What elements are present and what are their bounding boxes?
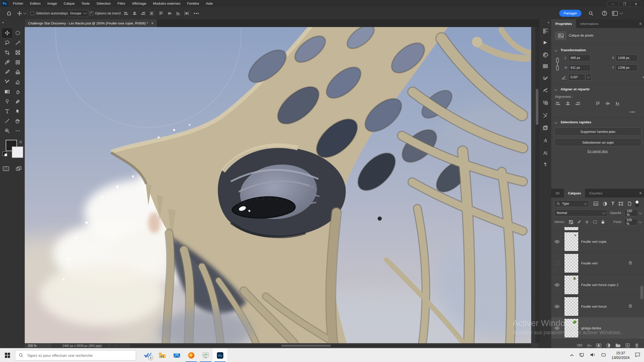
menu-aide[interactable]: Aide (202, 0, 216, 7)
taskbar-clock[interactable]: 15:37 13/02/2024 (612, 351, 630, 360)
flip-horizontal-icon[interactable] (642, 74, 644, 80)
canvas-area[interactable] (25, 27, 539, 343)
move-tool[interactable] (2, 28, 12, 38)
visibility-cell[interactable] (551, 296, 563, 317)
filter-smart-objects-icon[interactable] (628, 201, 632, 206)
align-bottom-edges-button[interactable] (176, 11, 181, 15)
restore-button[interactable]: ❐ (618, 1, 630, 7)
close-button[interactable]: ✕ (630, 1, 642, 7)
align-bottom-edges-button[interactable] (615, 101, 620, 106)
frame-tool[interactable] (12, 48, 23, 57)
horizontal-scrollbar[interactable] (130, 344, 531, 347)
background-color[interactable] (12, 146, 23, 158)
list-scroll-down-icon[interactable]: ﹀ (640, 336, 643, 340)
layer-name[interactable]: Feuille vert foncé (581, 296, 607, 317)
lock-artboard-icon[interactable] (593, 220, 597, 224)
help-button[interactable] (601, 7, 607, 19)
marquee-tool[interactable] (12, 28, 23, 38)
swap-colors-icon[interactable]: ⤨ (19, 140, 22, 144)
layer-row[interactable]: Feuille vert foncé (551, 296, 644, 317)
select-subject-button[interactable]: Sélectionner un sujet (554, 138, 641, 146)
default-colors-icon[interactable] (3, 152, 7, 156)
actions-panel-icon[interactable]: ▶ (539, 37, 552, 48)
layer-row[interactable]: Feuille vert (551, 252, 644, 274)
horizontal-scrollbar-handle[interactable] (281, 345, 331, 347)
menu-filtre[interactable]: Filtre (114, 0, 129, 7)
layer-thumbnail[interactable] (564, 297, 579, 316)
menu-edition[interactable]: Edition (27, 0, 44, 7)
visibility-cell[interactable] (551, 274, 563, 296)
layer-row[interactable]: Feuille vert foncé copie 2 (551, 274, 644, 296)
history-panel-icon[interactable] (539, 25, 552, 37)
move-tool-preset[interactable] (17, 7, 26, 19)
workspace-switcher[interactable] (612, 7, 622, 19)
line-tool[interactable] (2, 116, 12, 126)
distribute-horizontal-button[interactable] (149, 11, 154, 15)
path-selection-tool[interactable] (12, 106, 23, 116)
lock-pixels-icon[interactable] (577, 220, 581, 224)
network-icon[interactable] (579, 352, 585, 358)
panel-menu-icon[interactable]: ≡ (639, 191, 641, 195)
smudge-tool[interactable] (12, 87, 23, 97)
minimize-button[interactable]: – (607, 1, 618, 7)
tab-informations[interactable]: Informations (576, 19, 603, 28)
filter-pixel-layers-icon[interactable] (593, 202, 598, 206)
edit-toolbar-button[interactable] (12, 126, 23, 136)
taskbar-search[interactable] (15, 350, 136, 360)
collapse-tools-icon[interactable]: « (0, 19, 25, 25)
search-input[interactable] (27, 353, 125, 358)
document-tab[interactable]: Challenge Star Discovery - Les filacés.p… (25, 19, 157, 27)
gradient-tool[interactable] (2, 87, 12, 97)
lasso-tool[interactable] (2, 38, 12, 48)
crop-tool[interactable] (2, 48, 12, 57)
chevron-down-icon[interactable] (639, 211, 642, 214)
rotation-dropdown[interactable] (585, 74, 591, 81)
align-horizontal-centers-button[interactable] (132, 11, 137, 15)
visibility-cell[interactable] (551, 317, 563, 339)
align-horizontal-centers-button[interactable] (565, 101, 571, 106)
align-right-edges-button[interactable] (141, 11, 146, 15)
share-button[interactable]: Partager (559, 7, 581, 19)
eraser-tool[interactable] (12, 77, 23, 87)
visibility-cell[interactable] (551, 252, 563, 274)
layer-row[interactable]: Feuille vert copie (551, 231, 644, 253)
align-vertical-centers-button[interactable] (167, 11, 172, 15)
taskbar-firefox[interactable] (184, 348, 198, 362)
menu-texte[interactable]: Texte (78, 0, 93, 7)
align-top-edges-button[interactable] (595, 101, 601, 106)
layer-name[interactable]: Feuille vert foncé copie 2 (581, 274, 618, 296)
taskbar-task-manager[interactable] (198, 348, 213, 362)
menu-fichier[interactable]: Fichier (10, 0, 27, 7)
taskbar-file-explorer[interactable] (155, 348, 170, 362)
history-brush-tool[interactable] (2, 77, 12, 87)
quick-mask-button[interactable] (3, 166, 9, 173)
layer-name[interactable]: Feuille vert (581, 252, 598, 274)
notification-center-icon[interactable] (635, 352, 640, 358)
tab-couches[interactable]: Couches (585, 189, 606, 197)
align-section-header[interactable]: Aligner et répartir (555, 87, 590, 91)
zoom-level-field[interactable]: 200 % (25, 343, 52, 348)
layer-name[interactable]: Feuille vert copie (581, 231, 606, 252)
screen-share-icon[interactable] (601, 352, 606, 358)
menu-affichage[interactable]: Affichage (129, 0, 150, 7)
character-panel-icon[interactable]: A| (539, 148, 552, 159)
vertical-scrollbar[interactable] (535, 27, 539, 343)
brush-settings-panel-icon[interactable] (539, 84, 552, 96)
more-options-button[interactable]: ••• (194, 7, 199, 19)
brushes-panel-icon[interactable] (539, 73, 552, 84)
clone-stamp-tool[interactable] (12, 67, 23, 77)
screen-mode-button[interactable] (15, 166, 22, 173)
zoom-tool[interactable] (2, 126, 12, 136)
auto-select-option[interactable]: Sélection automatique : (30, 7, 71, 19)
quick-selections-header[interactable]: Sélections rapides (555, 120, 591, 124)
layer-thumbnail[interactable] (564, 254, 579, 273)
filter-adjustment-layers-icon[interactable] (603, 202, 607, 206)
height-field[interactable]: 611 px (568, 64, 590, 71)
add-mask-icon[interactable] (596, 343, 601, 347)
dodge-tool[interactable] (2, 97, 12, 106)
transform-controls-option[interactable]: Options de transf. (89, 7, 122, 19)
lock-all-icon[interactable] (601, 220, 605, 224)
start-button[interactable] (0, 348, 15, 362)
new-layer-icon[interactable] (625, 343, 630, 348)
tray-chevron-up-icon[interactable] (570, 353, 574, 358)
